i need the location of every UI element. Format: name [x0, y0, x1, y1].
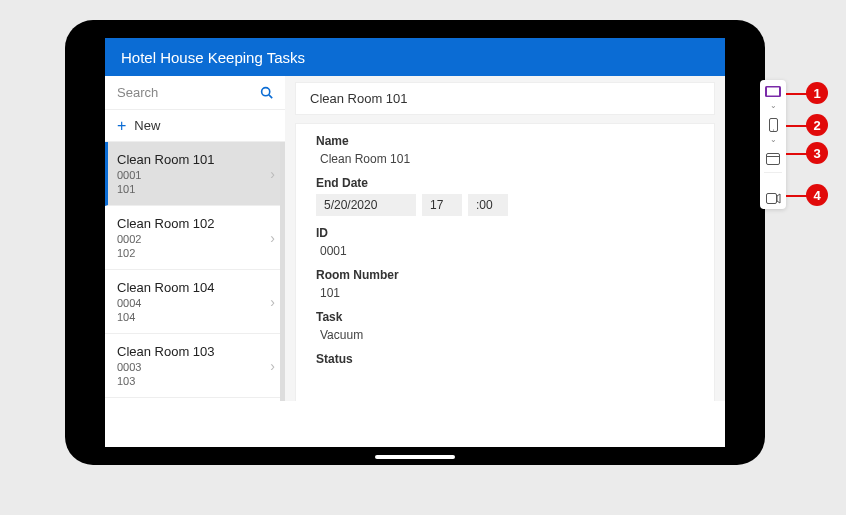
chevron-down-icon[interactable]: ⌄: [770, 136, 777, 144]
tablet-frame: Hotel House Keeping Tasks Search + New C…: [65, 20, 765, 465]
search-input[interactable]: Search: [105, 76, 285, 110]
value-name: Clean Room 101: [316, 152, 694, 166]
sidebar: Search + New Clean Room 1010001101›Clean…: [105, 76, 285, 447]
label-name: Name: [316, 134, 694, 148]
svg-rect-8: [766, 193, 776, 203]
callout-line: [786, 125, 808, 127]
list-item-title: Clean Room 104: [117, 280, 273, 295]
list-item-title: Clean Room 101: [117, 152, 273, 167]
callout-2: 2: [806, 114, 828, 136]
label-task: Task: [316, 310, 694, 324]
list-item-id: 0001: [117, 169, 273, 181]
list-item-id: 0003: [117, 361, 273, 373]
tablet-landscape-icon[interactable]: [765, 84, 781, 98]
list-item[interactable]: Clean Room 1020002102›: [105, 206, 285, 270]
callout-1: 1: [806, 82, 828, 104]
search-icon: [260, 86, 273, 99]
value-enddate: 5/20/2020 17 :00: [316, 194, 694, 216]
list-item-id: 0002: [117, 233, 273, 245]
detail-title: Clean Room 101: [310, 91, 408, 106]
search-placeholder: Search: [117, 85, 260, 100]
web-icon[interactable]: [765, 152, 781, 166]
list-item[interactable]: Clean Room 1010001101›: [105, 142, 285, 206]
list-item-room: 103: [117, 375, 273, 387]
chevron-down-icon[interactable]: ⌄: [770, 102, 777, 110]
label-enddate: End Date: [316, 176, 694, 190]
app-content: Search + New Clean Room 1010001101›Clean…: [105, 76, 725, 447]
home-indicator: [375, 455, 455, 459]
svg-rect-6: [767, 154, 780, 165]
phone-icon[interactable]: [765, 118, 781, 132]
detail-body: Name Clean Room 101 End Date 5/20/2020 1…: [295, 123, 715, 447]
new-label: New: [134, 118, 160, 133]
callout-line: [786, 93, 808, 95]
svg-point-0: [262, 88, 270, 96]
callout-line: [786, 153, 808, 155]
value-id: 0001: [316, 244, 694, 258]
chevron-right-icon: ›: [270, 294, 275, 310]
label-room: Room Number: [316, 268, 694, 282]
value-task: Vacuum: [316, 328, 694, 342]
enddate-minute[interactable]: :00: [468, 194, 508, 216]
plus-icon: +: [117, 117, 126, 135]
callout-3: 3: [806, 142, 828, 164]
detail-pane: Clean Room 101 Name Clean Room 101 End D…: [295, 76, 715, 447]
list-item-room: 104: [117, 311, 273, 323]
label-status: Status: [316, 352, 694, 366]
app-header: Hotel House Keeping Tasks: [105, 38, 725, 76]
enddate-hour[interactable]: 17: [422, 194, 462, 216]
svg-rect-3: [767, 87, 779, 95]
chevron-right-icon: ›: [270, 358, 275, 374]
chevron-right-icon: ›: [270, 230, 275, 246]
list-item-room: 101: [117, 183, 273, 195]
list-item[interactable]: Clean Room 1040004104›: [105, 270, 285, 334]
video-icon[interactable]: [765, 191, 781, 205]
list-item-room: 102: [117, 247, 273, 259]
detail-header: Clean Room 101: [295, 82, 715, 115]
value-room: 101: [316, 286, 694, 300]
callout-line: [786, 195, 808, 197]
label-id: ID: [316, 226, 694, 240]
list-item-title: Clean Room 102: [117, 216, 273, 231]
new-button[interactable]: + New: [105, 110, 285, 142]
divider: [764, 172, 782, 173]
enddate-date[interactable]: 5/20/2020: [316, 194, 416, 216]
bottom-blank: [105, 401, 725, 447]
list-item-title: Clean Room 103: [117, 344, 273, 359]
svg-line-1: [269, 95, 272, 98]
chevron-right-icon: ›: [270, 166, 275, 182]
list-item[interactable]: Clean Room 1030003103›: [105, 334, 285, 398]
list-item-id: 0004: [117, 297, 273, 309]
app-title: Hotel House Keeping Tasks: [121, 49, 305, 66]
device-preview-panel: ⌄ ⌄: [760, 80, 786, 209]
callout-4: 4: [806, 184, 828, 206]
app-screen: Hotel House Keeping Tasks Search + New C…: [105, 38, 725, 447]
svg-point-5: [772, 129, 773, 130]
